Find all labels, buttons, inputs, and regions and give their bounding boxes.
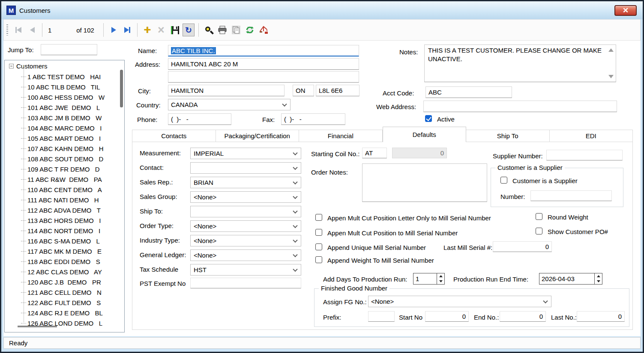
- province-input[interactable]: ON: [293, 85, 314, 96]
- last-no-input[interactable]: 0: [577, 311, 625, 322]
- tree-item[interactable]: 118 ABC EDDI DEMO S: [5, 256, 120, 267]
- first-record-button[interactable]: [12, 24, 24, 36]
- phone-input[interactable]: ( )- -: [168, 113, 231, 125]
- defaults-field-select[interactable]: HST: [190, 264, 301, 276]
- defaults-field-select[interactable]: BRIAN: [190, 177, 301, 188]
- append-mult-cut-checkbox[interactable]: [315, 229, 322, 236]
- defaults-field-select[interactable]: IMPERIAL: [190, 148, 301, 159]
- delete-record-button[interactable]: ×: [155, 24, 167, 36]
- pst-exempt-input[interactable]: [190, 278, 301, 288]
- tree-item[interactable]: 1 ABC TEST DEMO HAI: [5, 71, 120, 82]
- tree-item[interactable]: 108 ABC SOUT DEMO D: [5, 154, 120, 164]
- tree-item[interactable]: 122 ABC FULT DEMO S: [5, 297, 120, 308]
- close-button[interactable]: ✕: [614, 5, 637, 16]
- web-address-input[interactable]: [423, 101, 617, 112]
- spinner-down-button[interactable]: [595, 279, 602, 285]
- tree-item[interactable]: 116 ABC S-MA DEMO L: [5, 236, 120, 246]
- tree-vertical-scrollbar[interactable]: [120, 70, 123, 107]
- start-no-input[interactable]: 0: [425, 311, 469, 322]
- tab-edi[interactable]: EDI: [550, 130, 633, 142]
- refresh-button[interactable]: ↻: [183, 24, 195, 36]
- tree-item[interactable]: 113 ABC HORS DEMO I: [5, 215, 120, 225]
- defaults-field-select[interactable]: [190, 206, 301, 217]
- acct-code-input[interactable]: ABC: [425, 86, 512, 98]
- previous-record-button[interactable]: [26, 24, 38, 36]
- postal-code-input[interactable]: L8L 6E6: [316, 85, 359, 96]
- prefix-input[interactable]: [368, 311, 395, 322]
- end-no-input[interactable]: 0: [500, 311, 546, 322]
- tree-item[interactable]: 11 ABC R&W DEMO PA: [5, 174, 120, 184]
- tab-packaging-certification[interactable]: Packaging/Certification: [216, 130, 300, 142]
- tab-defaults[interactable]: Defaults: [383, 127, 467, 142]
- tree-root-node[interactable]: Customers: [9, 62, 48, 70]
- spinner-down-button[interactable]: [437, 279, 444, 285]
- spinner-up-button[interactable]: [437, 273, 444, 279]
- tree-item[interactable]: 121 ABC CELL DEMO N: [5, 287, 120, 297]
- show-customer-po-checkbox[interactable]: [536, 228, 542, 234]
- save-button[interactable]: [169, 24, 181, 36]
- tree-item[interactable]: 104 ABC MARC DEMO I: [5, 123, 120, 133]
- supplier-group-number-input[interactable]: [530, 190, 612, 201]
- city-input[interactable]: HAMILTON: [168, 85, 285, 96]
- last-mill-serial-input[interactable]: 0: [493, 241, 552, 252]
- defaults-field-select[interactable]: <None>: [190, 220, 301, 232]
- tree-item[interactable]: 10 ABC TILB DEMO TIL: [5, 82, 120, 92]
- append-weight-serial-checkbox[interactable]: [315, 256, 322, 263]
- append-unique-serial-checkbox[interactable]: [315, 243, 322, 250]
- production-machine-button[interactable]: [258, 24, 270, 36]
- tree-item[interactable]: 109 ABC T FR DEMO D: [5, 164, 120, 174]
- scroll-down-icon[interactable]: [608, 75, 614, 78]
- tree-item[interactable]: 105 ABC MART DEMO I: [5, 133, 120, 143]
- run-end-time-spinner[interactable]: 2026-04-03: [539, 273, 602, 285]
- next-record-button[interactable]: [108, 24, 120, 36]
- tree-item[interactable]: 124 ABC RJ E DEMO BL: [5, 308, 120, 318]
- scroll-up-icon[interactable]: [608, 48, 614, 52]
- defaults-field-select[interactable]: <None>: [190, 235, 301, 246]
- tab-financial[interactable]: Financial: [299, 130, 383, 142]
- supplier-number-input[interactable]: [546, 150, 623, 160]
- active-checkbox[interactable]: [425, 115, 432, 122]
- add-record-button[interactable]: +: [141, 24, 153, 36]
- chevron-down-icon: [543, 298, 548, 303]
- name-input[interactable]: ABC TILB INC.: [168, 45, 359, 56]
- toolbar-grip[interactable]: [6, 24, 8, 36]
- copy-button[interactable]: [230, 24, 242, 36]
- add-days-spinner[interactable]: 1: [413, 273, 445, 285]
- address-line2-input[interactable]: [168, 71, 359, 83]
- tree-item[interactable]: 101 ABC JWE DEMO L: [5, 102, 120, 113]
- tree-item[interactable]: 111 ABC NATI DEMO H: [5, 195, 120, 205]
- tree-item[interactable]: 110 ABC CENT DEMO A: [5, 184, 120, 195]
- print-button[interactable]: [216, 24, 228, 36]
- tree-item[interactable]: 117 ABC MK M DEMO E: [5, 246, 120, 256]
- tree-item[interactable]: 103 ABC JM B DEMO W: [5, 113, 120, 123]
- tree-item[interactable]: 120 ABC J.B DEMO PR: [5, 277, 120, 287]
- tree-item[interactable]: 114 ABC NORT DEMO I: [5, 225, 120, 236]
- order-notes-textarea[interactable]: [362, 163, 487, 202]
- assign-fg-select[interactable]: <None>: [368, 296, 551, 307]
- tree-item[interactable]: 107 ABC KAHN DEMO H: [5, 143, 120, 154]
- defaults-field-select[interactable]: [190, 162, 301, 174]
- append-mult-cut-letter-checkbox[interactable]: [315, 214, 322, 221]
- record-number-input[interactable]: 1: [45, 27, 70, 34]
- notes-textarea[interactable]: THIS IS A TEST CUSTOMER. PLEASE CHANGE O…: [424, 44, 616, 82]
- search-button[interactable]: [203, 24, 215, 36]
- defaults-field-select[interactable]: <None>: [190, 191, 301, 203]
- country-select[interactable]: CANADA: [168, 99, 291, 110]
- tree-item[interactable]: 100 ABC HESS DEMO W: [5, 92, 120, 102]
- tab-ship-to[interactable]: Ship To: [466, 130, 550, 142]
- fax-input[interactable]: ( )- -: [281, 113, 345, 125]
- collapse-icon[interactable]: [9, 64, 14, 68]
- round-weight-checkbox[interactable]: [536, 213, 542, 220]
- customer-is-supplier-checkbox[interactable]: [500, 177, 507, 184]
- defaults-field-select[interactable]: <None>: [190, 249, 301, 261]
- starting-coil-prefix-input[interactable]: AT: [362, 148, 387, 158]
- jump-to-input[interactable]: [41, 44, 97, 55]
- spinner-up-button[interactable]: [595, 273, 602, 279]
- tree-item[interactable]: 112 ABC ADVA DEMO T: [5, 205, 120, 215]
- tree-horizontal-scrollbar[interactable]: [18, 326, 57, 327]
- tab-contacts[interactable]: Contacts: [132, 130, 216, 142]
- last-record-button[interactable]: [121, 24, 133, 36]
- address-line1-input[interactable]: HAMILTON1 ABC 20 M: [168, 58, 359, 70]
- export-refresh-button[interactable]: [244, 24, 256, 36]
- tree-item[interactable]: 12 ABC CLAS DEMO AY: [5, 267, 120, 277]
